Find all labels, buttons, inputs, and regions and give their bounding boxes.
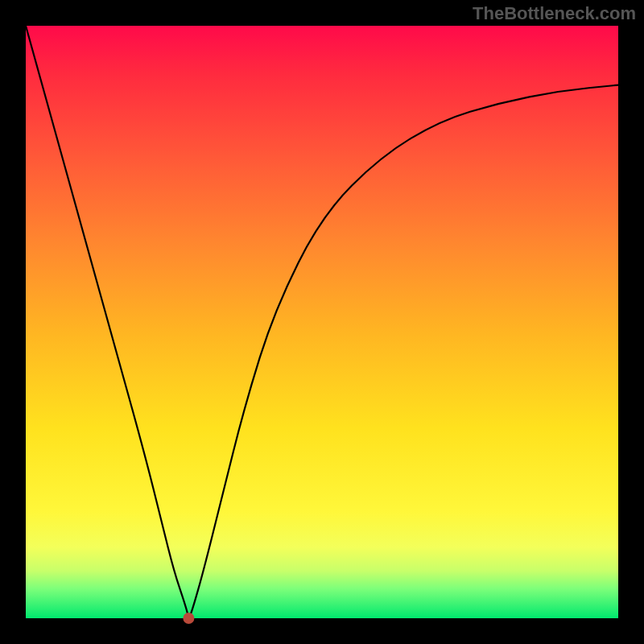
bottleneck-curve [26, 26, 618, 617]
curve-svg [26, 26, 618, 618]
minimum-marker [183, 613, 194, 624]
plot-area [26, 26, 618, 618]
watermark-text: TheBottleneck.com [473, 3, 636, 24]
chart-container: TheBottleneck.com [0, 0, 644, 644]
